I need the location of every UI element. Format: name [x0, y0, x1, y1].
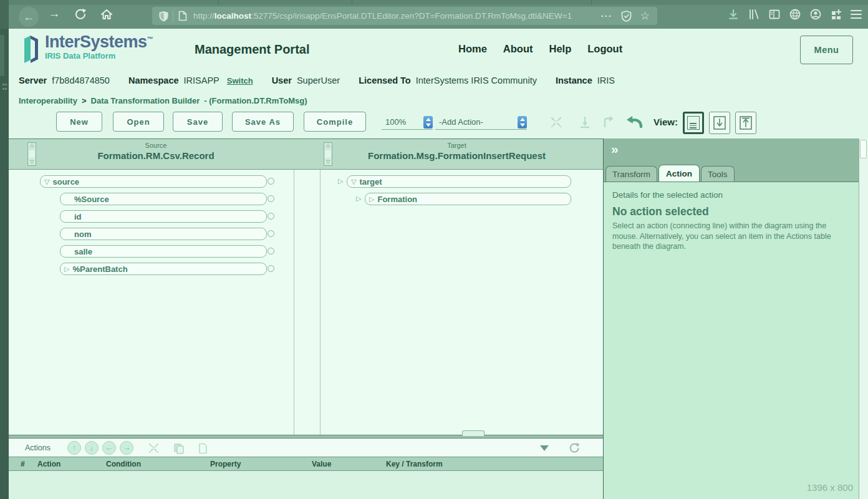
window-edge-notch	[0, 35, 4, 76]
instance-label: Instance	[556, 75, 592, 85]
permissions-shield-icon[interactable]	[621, 11, 632, 22]
nav-about[interactable]: About	[503, 43, 533, 55]
globe-icon[interactable]	[789, 8, 801, 21]
column-property: Property	[210, 460, 241, 468]
forward-icon: →	[49, 7, 60, 20]
scroll-up-icon[interactable]: △	[326, 143, 330, 148]
connect-down-icon[interactable]	[579, 116, 591, 128]
no-action-text: Select an action (connecting line) withi…	[612, 221, 849, 252]
source-node-salle[interactable]: salle	[60, 245, 267, 258]
cut-icon[interactable]	[148, 443, 159, 453]
source-connector[interactable]	[268, 178, 274, 185]
tab-seam	[591, 0, 592, 5]
apps-grid-icon[interactable]	[830, 8, 842, 21]
source-connector[interactable]	[268, 195, 274, 202]
corner-arrow-icon[interactable]	[602, 116, 615, 128]
menu-button[interactable]: Menu	[800, 36, 853, 64]
tab-action[interactable]: Action	[658, 165, 700, 182]
expander-open-icon[interactable]: ▽	[44, 178, 49, 185]
url-text[interactable]: http://localhost:52775/csp/irisapp/EnsPo…	[193, 11, 572, 21]
back-button[interactable]: ←	[19, 7, 39, 27]
add-action-stepper[interactable]	[518, 116, 527, 128]
paste-icon[interactable]	[198, 443, 208, 454]
zoom-stepper[interactable]	[423, 116, 433, 128]
account-icon[interactable]	[809, 8, 822, 21]
window-edge-dot	[2, 84, 4, 85]
collapse-panel-icon[interactable]: »	[611, 142, 619, 157]
nav-help[interactable]: Help	[549, 43, 572, 55]
expander-open-icon[interactable]: ▽	[351, 178, 356, 185]
reload-button[interactable]	[74, 7, 87, 23]
source-connector[interactable]	[268, 248, 274, 254]
home-button[interactable]	[100, 7, 113, 23]
nav-logout[interactable]: Logout	[587, 43, 622, 55]
expander-closed-icon[interactable]: ▷	[64, 266, 69, 273]
source-connector[interactable]	[268, 230, 274, 237]
breadcrumb-dtl-builder[interactable]: Data Transformation Builder	[91, 96, 200, 105]
save-as-button[interactable]: Save As	[232, 112, 294, 132]
target-connector-icon[interactable]: ▷	[338, 178, 343, 185]
tracking-protection-shield-icon[interactable]	[158, 11, 169, 22]
breadcrumb-interoperability[interactable]: Interoperability	[19, 96, 77, 105]
source-node-id[interactable]: id	[60, 210, 267, 223]
transform-diagram[interactable]: ▽ source %Source id nom salle ▷ %ParentB…	[9, 170, 603, 435]
move-right-button[interactable]: →	[120, 441, 133, 455]
source-node-source[interactable]: ▽ source	[40, 175, 267, 188]
library-icon[interactable]	[748, 8, 760, 21]
compile-button[interactable]: Compile	[304, 112, 366, 132]
add-action-select[interactable]: -Add Action-	[435, 115, 527, 130]
url-path: :52775/csp/irisapp/EnsPortal.DTLEditor.z…	[251, 11, 572, 21]
sidebar-icon[interactable]	[768, 8, 781, 21]
save-button[interactable]: Save	[173, 112, 223, 132]
page-actions-icon[interactable]: ···	[601, 11, 612, 21]
urlbar-actions: ··· ☆	[601, 11, 657, 22]
splitter-handle[interactable]	[462, 430, 485, 436]
refresh-actions-icon[interactable]	[569, 442, 580, 453]
scroll-thumb[interactable]	[325, 150, 331, 158]
copy-icon[interactable]	[173, 443, 185, 454]
source-node-parentbatch[interactable]: ▷ %ParentBatch	[60, 263, 267, 275]
target-connector-icon[interactable]: ▷	[356, 195, 361, 202]
source-node-pctsource[interactable]: %Source	[60, 193, 267, 205]
move-left-button[interactable]: ←	[102, 441, 116, 455]
target-node-target[interactable]: ▽ target	[347, 175, 571, 188]
source-connector[interactable]	[268, 265, 274, 272]
menu-hamburger-icon[interactable]	[851, 8, 862, 21]
reload-icon	[74, 7, 87, 21]
move-down-button[interactable]: ↓	[85, 441, 99, 455]
url-bar[interactable]: http://localhost:52775/csp/irisapp/EnsPo…	[152, 7, 657, 25]
actions-table-body[interactable]	[9, 471, 603, 499]
move-up-button[interactable]: ↑	[67, 441, 81, 455]
tab-tools[interactable]: Tools	[701, 166, 735, 182]
intersystems-logo-mark	[22, 34, 40, 65]
browser-tab-strip	[9, 0, 868, 5]
target-node-formation[interactable]: ▷ Formation	[365, 193, 571, 205]
breadcrumb-detail: - (Formation.DT.RmToMsg)	[204, 96, 307, 105]
firefox-window: ← → http://localhost:52775/csp/irisapp/E…	[0, 0, 868, 499]
source-node-nom[interactable]: nom	[60, 228, 267, 240]
forward-button[interactable]: →	[47, 7, 61, 21]
sort-descending-icon[interactable]	[540, 445, 549, 451]
view-collapse-down-button[interactable]	[709, 112, 730, 134]
scroll-down-icon[interactable]: ▽	[326, 160, 330, 165]
new-button[interactable]: New	[56, 112, 102, 132]
view-expand-up-button[interactable]	[735, 112, 756, 134]
scrollbar-thumb[interactable]	[860, 140, 867, 158]
open-button[interactable]: Open	[113, 112, 164, 132]
view-full-icon	[687, 116, 700, 130]
undo-icon[interactable]	[626, 115, 644, 129]
expander-closed-icon[interactable]: ▷	[369, 196, 374, 203]
disconnect-icon[interactable]	[550, 116, 562, 128]
nav-home[interactable]: Home	[458, 43, 487, 55]
page-info-icon[interactable]	[178, 11, 187, 21]
downloads-icon[interactable]	[727, 8, 740, 21]
side-panel-scrollbar[interactable]	[859, 138, 868, 499]
zoom-select[interactable]: 100%	[382, 115, 433, 130]
target-scroll-widget[interactable]: △ ▽	[324, 142, 332, 166]
source-connector[interactable]	[268, 213, 274, 220]
column-key-transform: Key / Transform	[386, 460, 443, 468]
view-full-button[interactable]	[683, 112, 704, 134]
tab-transform[interactable]: Transform	[605, 166, 657, 182]
bookmark-star-icon[interactable]: ☆	[640, 11, 650, 21]
switch-namespace-link[interactable]: Switch	[227, 76, 253, 85]
